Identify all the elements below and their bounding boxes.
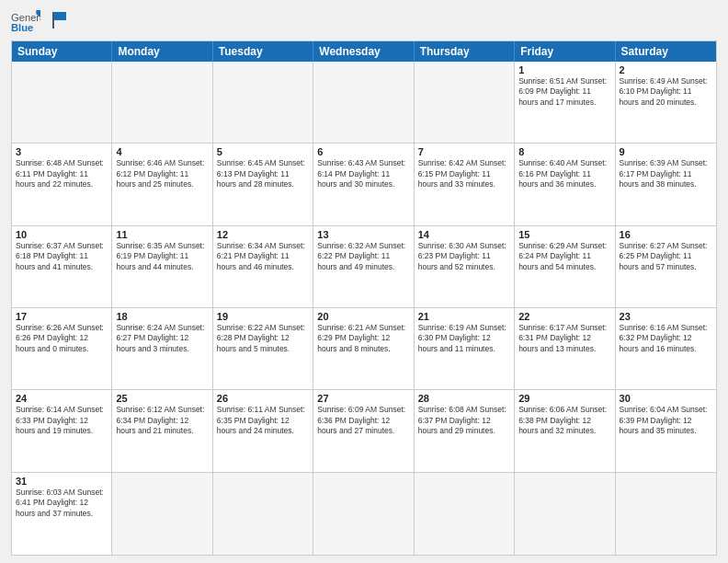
day-number: 8 [518,146,610,157]
calendar-cell: 28Sunrise: 6:08 AM Sunset: 6:37 PM Dayli… [415,390,515,472]
day-info: Sunrise: 6:03 AM Sunset: 6:41 PM Dayligh… [16,488,108,519]
day-header-wednesday: Wednesday [313,41,414,62]
day-info: Sunrise: 6:51 AM Sunset: 6:09 PM Dayligh… [518,76,610,108]
calendar-cell: 3Sunrise: 6:48 AM Sunset: 6:11 PM Daylig… [12,144,112,225]
calendar-cell: 19Sunrise: 6:22 AM Sunset: 6:28 PM Dayli… [213,308,313,390]
day-header-friday: Friday [515,41,615,62]
calendar-cell: 16Sunrise: 6:27 AM Sunset: 6:25 PM Dayli… [616,226,716,308]
calendar-cell: 29Sunrise: 6:06 AM Sunset: 6:38 PM Dayli… [515,390,615,472]
header: General Blue [11,9,717,35]
day-info: Sunrise: 6:30 AM Sunset: 6:23 PM Dayligh… [418,241,510,272]
calendar-cell: 31Sunrise: 6:03 AM Sunset: 6:41 PM Dayli… [12,473,112,555]
day-info: Sunrise: 6:48 AM Sunset: 6:11 PM Dayligh… [16,158,108,190]
day-header-tuesday: Tuesday [213,41,313,62]
day-number: 18 [116,311,208,322]
day-header-monday: Monday [112,41,212,62]
calendar-cell [415,473,515,555]
day-info: Sunrise: 6:14 AM Sunset: 6:33 PM Dayligh… [16,405,108,436]
day-number: 26 [217,393,309,404]
calendar-cell [515,473,615,555]
calendar-cell: 4Sunrise: 6:46 AM Sunset: 6:12 PM Daylig… [112,144,212,225]
day-info: Sunrise: 6:40 AM Sunset: 6:16 PM Dayligh… [518,158,610,190]
day-number: 5 [217,146,309,157]
svg-text:General: General [11,12,40,23]
calendar-cell: 25Sunrise: 6:12 AM Sunset: 6:34 PM Dayli… [112,390,212,472]
calendar-cell [112,62,212,144]
day-info: Sunrise: 6:16 AM Sunset: 6:32 PM Dayligh… [620,323,712,354]
day-info: Sunrise: 6:08 AM Sunset: 6:37 PM Dayligh… [418,405,510,436]
day-number: 2 [620,64,712,75]
calendar-cell [213,62,313,144]
day-info: Sunrise: 6:45 AM Sunset: 6:13 PM Dayligh… [217,158,309,190]
calendar-cell: 10Sunrise: 6:37 AM Sunset: 6:18 PM Dayli… [12,226,112,308]
logo-icon: General Blue [11,9,40,35]
day-number: 28 [418,393,510,404]
day-number: 11 [116,229,208,240]
day-number: 17 [16,311,108,322]
day-number: 3 [16,146,108,157]
calendar-cell: 6Sunrise: 6:43 AM Sunset: 6:14 PM Daylig… [313,144,414,225]
day-info: Sunrise: 6:17 AM Sunset: 6:31 PM Dayligh… [518,323,610,354]
calendar-cell: 1Sunrise: 6:51 AM Sunset: 6:09 PM Daylig… [515,62,615,144]
day-number: 20 [317,311,409,322]
day-number: 14 [418,229,510,240]
day-info: Sunrise: 6:12 AM Sunset: 6:34 PM Dayligh… [116,405,208,436]
day-info: Sunrise: 6:32 AM Sunset: 6:22 PM Dayligh… [317,241,409,272]
day-number: 21 [418,311,510,322]
day-number: 9 [620,146,712,157]
calendar-cell [313,62,414,144]
day-info: Sunrise: 6:24 AM Sunset: 6:27 PM Dayligh… [116,323,208,354]
day-info: Sunrise: 6:22 AM Sunset: 6:28 PM Dayligh… [217,323,309,354]
day-info: Sunrise: 6:09 AM Sunset: 6:36 PM Dayligh… [317,405,409,436]
calendar-cell: 17Sunrise: 6:26 AM Sunset: 6:26 PM Dayli… [12,308,112,390]
day-number: 25 [116,393,208,404]
day-info: Sunrise: 6:04 AM Sunset: 6:39 PM Dayligh… [620,405,712,436]
day-info: Sunrise: 6:19 AM Sunset: 6:30 PM Dayligh… [418,323,510,354]
calendar-cell: 30Sunrise: 6:04 AM Sunset: 6:39 PM Dayli… [616,390,716,472]
calendar-cell: 18Sunrise: 6:24 AM Sunset: 6:27 PM Dayli… [112,308,212,390]
calendar-cell: 24Sunrise: 6:14 AM Sunset: 6:33 PM Dayli… [12,390,112,472]
day-info: Sunrise: 6:37 AM Sunset: 6:18 PM Dayligh… [16,241,108,272]
day-info: Sunrise: 6:21 AM Sunset: 6:29 PM Dayligh… [317,323,409,354]
calendar: SundayMondayTuesdayWednesdayThursdayFrid… [11,40,717,556]
calendar-cell [12,62,112,144]
day-info: Sunrise: 6:29 AM Sunset: 6:24 PM Dayligh… [518,241,610,272]
day-info: Sunrise: 6:06 AM Sunset: 6:38 PM Dayligh… [518,405,610,436]
calendar-cell: 26Sunrise: 6:11 AM Sunset: 6:35 PM Dayli… [213,390,313,472]
day-number: 10 [16,229,108,240]
calendar-cell [112,473,212,555]
calendar-page: General Blue SundayMondayTuesdayWednesda… [0,0,728,563]
day-number: 6 [317,146,409,157]
calendar-cell: 2Sunrise: 6:49 AM Sunset: 6:10 PM Daylig… [616,62,716,144]
day-headers-row: SundayMondayTuesdayWednesdayThursdayFrid… [12,41,716,62]
day-number: 27 [317,393,409,404]
logo-flag-icon [50,10,70,30]
day-number: 13 [317,229,409,240]
day-number: 29 [518,393,610,404]
calendar-cell: 20Sunrise: 6:21 AM Sunset: 6:29 PM Dayli… [313,308,414,390]
calendar-cell: 23Sunrise: 6:16 AM Sunset: 6:32 PM Dayli… [616,308,716,390]
day-number: 15 [518,229,610,240]
calendar-grid: 1Sunrise: 6:51 AM Sunset: 6:09 PM Daylig… [12,62,716,555]
calendar-cell: 15Sunrise: 6:29 AM Sunset: 6:24 PM Dayli… [515,226,615,308]
day-number: 19 [217,311,309,322]
calendar-cell: 5Sunrise: 6:45 AM Sunset: 6:13 PM Daylig… [213,144,313,225]
day-info: Sunrise: 6:46 AM Sunset: 6:12 PM Dayligh… [116,158,208,190]
day-number: 23 [620,311,712,322]
day-number: 30 [620,393,712,404]
day-info: Sunrise: 6:49 AM Sunset: 6:10 PM Dayligh… [620,76,712,108]
day-number: 1 [518,64,610,75]
calendar-cell: 14Sunrise: 6:30 AM Sunset: 6:23 PM Dayli… [415,226,515,308]
day-info: Sunrise: 6:11 AM Sunset: 6:35 PM Dayligh… [217,405,309,436]
calendar-cell: 11Sunrise: 6:35 AM Sunset: 6:19 PM Dayli… [112,226,212,308]
day-info: Sunrise: 6:34 AM Sunset: 6:21 PM Dayligh… [217,241,309,272]
calendar-cell [313,473,414,555]
day-number: 31 [16,476,108,487]
calendar-cell: 21Sunrise: 6:19 AM Sunset: 6:30 PM Dayli… [415,308,515,390]
day-number: 12 [217,229,309,240]
day-header-thursday: Thursday [415,41,515,62]
day-number: 22 [518,311,610,322]
calendar-cell: 7Sunrise: 6:42 AM Sunset: 6:15 PM Daylig… [415,144,515,225]
day-info: Sunrise: 6:39 AM Sunset: 6:17 PM Dayligh… [620,158,712,190]
day-header-sunday: Sunday [12,41,112,62]
